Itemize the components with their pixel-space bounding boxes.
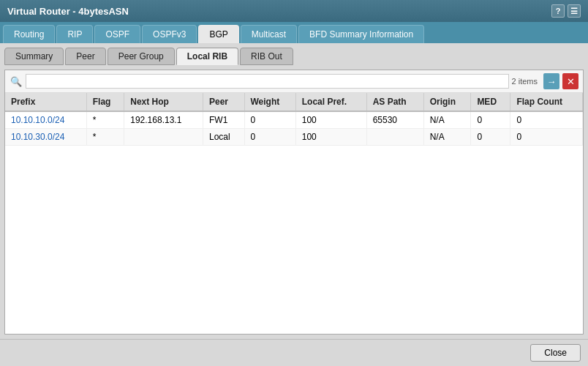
cell-prefix[interactable]: 10.10.30.0/24 bbox=[5, 129, 86, 146]
rib-table: Prefix Flag Next Hop Peer Weight Local P… bbox=[5, 93, 583, 146]
cell-flag: * bbox=[86, 111, 124, 129]
col-origin: Origin bbox=[423, 93, 471, 111]
table-row: 10.10.10.0/24*192.168.13.1FW1010065530N/… bbox=[5, 111, 583, 129]
tab-ospfv3[interactable]: OSPFv3 bbox=[142, 25, 197, 43]
title-bar: Virtual Router - 4bytesASN ? ☰ bbox=[0, 0, 588, 22]
cell-med: 0 bbox=[471, 111, 510, 129]
cell-weight: 0 bbox=[244, 129, 295, 146]
menu-button[interactable]: ☰ bbox=[568, 4, 581, 18]
cell-next_hop: 192.168.13.1 bbox=[124, 111, 203, 129]
sub-tab-rib-out[interactable]: RIB Out bbox=[240, 48, 293, 65]
sub-tab-bar: Summary Peer Peer Group Local RIB RIB Ou… bbox=[4, 48, 584, 65]
col-flag: Flag bbox=[86, 93, 124, 111]
main-window: Virtual Router - 4bytesASN ? ☰ Routing R… bbox=[0, 0, 588, 366]
cell-flag: * bbox=[86, 129, 124, 146]
tab-bgp[interactable]: BGP bbox=[198, 25, 238, 43]
sub-tab-local-rib[interactable]: Local RIB bbox=[176, 48, 238, 65]
tab-ospf[interactable]: OSPF bbox=[94, 25, 140, 43]
sub-tab-peer[interactable]: Peer bbox=[65, 48, 105, 65]
cell-flap_count: 0 bbox=[510, 111, 583, 129]
tab-routing[interactable]: Routing bbox=[3, 25, 55, 43]
tab-rip[interactable]: RIP bbox=[56, 25, 93, 43]
col-prefix: Prefix bbox=[5, 93, 86, 111]
cell-local_pref: 100 bbox=[295, 111, 366, 129]
cell-local_pref: 100 bbox=[295, 129, 366, 146]
table-header-row: Prefix Flag Next Hop Peer Weight Local P… bbox=[5, 93, 583, 111]
sub-tab-summary[interactable]: Summary bbox=[4, 48, 64, 65]
table-row: 10.10.30.0/24*Local0100N/A00 bbox=[5, 129, 583, 146]
col-as-path: AS Path bbox=[366, 93, 423, 111]
cell-flap_count: 0 bbox=[510, 129, 583, 146]
cell-peer: Local bbox=[203, 129, 244, 146]
cell-prefix[interactable]: 10.10.10.0/24 bbox=[5, 111, 86, 129]
close-button[interactable]: Close bbox=[530, 344, 581, 362]
cell-as_path bbox=[366, 129, 423, 146]
table-container: Prefix Flag Next Hop Peer Weight Local P… bbox=[5, 93, 583, 334]
content-area: Summary Peer Peer Group Local RIB RIB Ou… bbox=[0, 43, 588, 339]
title-controls: ? ☰ bbox=[551, 4, 581, 18]
cell-peer: FW1 bbox=[203, 111, 244, 129]
cell-weight: 0 bbox=[244, 111, 295, 129]
help-button[interactable]: ? bbox=[551, 4, 565, 18]
cell-origin: N/A bbox=[423, 111, 471, 129]
col-next-hop: Next Hop bbox=[124, 93, 203, 111]
main-tab-bar: Routing RIP OSPF OSPFv3 BGP Multicast BF… bbox=[0, 22, 588, 43]
col-peer: Peer bbox=[203, 93, 244, 111]
main-panel: 🔍 2 items → ✕ Prefix Flag Next Hop Peer … bbox=[4, 70, 584, 335]
link-prefix[interactable]: 10.10.10.0/24 bbox=[11, 115, 64, 125]
window-title: Virtual Router - 4bytesASN bbox=[7, 6, 129, 17]
col-flap-count: Flap Count bbox=[510, 93, 583, 111]
tab-bfd[interactable]: BFD Summary Information bbox=[298, 25, 424, 43]
cell-origin: N/A bbox=[423, 129, 471, 146]
search-icon: 🔍 bbox=[10, 75, 23, 88]
clear-button[interactable]: ✕ bbox=[562, 73, 578, 89]
export-button[interactable]: → bbox=[543, 73, 559, 89]
sub-tab-peer-group[interactable]: Peer Group bbox=[108, 48, 175, 65]
cell-next_hop bbox=[124, 129, 203, 146]
bottom-bar: Close bbox=[0, 339, 588, 366]
col-med: MED bbox=[471, 93, 510, 111]
search-bar: 🔍 2 items → ✕ bbox=[5, 70, 583, 93]
item-count: 2 items bbox=[512, 77, 538, 86]
tab-multicast[interactable]: Multicast bbox=[241, 25, 297, 43]
link-prefix[interactable]: 10.10.30.0/24 bbox=[11, 132, 64, 142]
cell-med: 0 bbox=[471, 129, 510, 146]
cell-as_path: 65530 bbox=[366, 111, 423, 129]
search-input[interactable] bbox=[26, 74, 509, 89]
col-local-pref: Local Pref. bbox=[295, 93, 366, 111]
col-weight: Weight bbox=[244, 93, 295, 111]
